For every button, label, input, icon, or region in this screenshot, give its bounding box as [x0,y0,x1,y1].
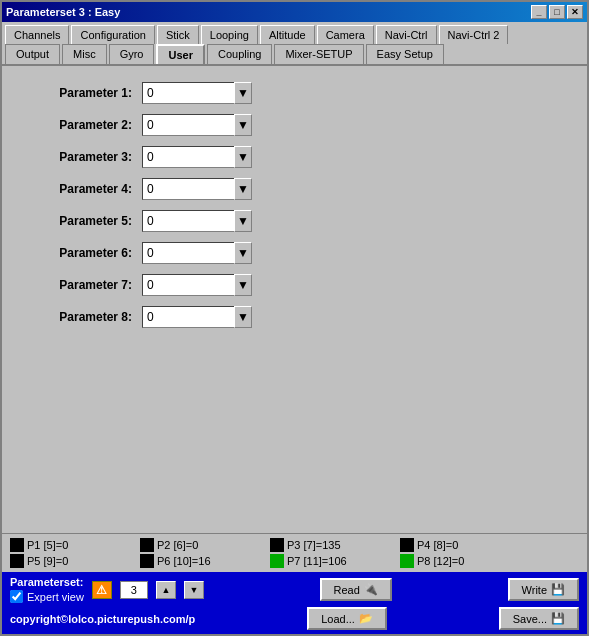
param-2-select-container: 0 ▼ [142,114,252,136]
p7-indicator [270,554,284,568]
param-1-select[interactable]: 0 [142,82,252,104]
title-bar: Parameterset 3 : Easy _ □ ✕ [2,2,587,22]
p1-label: P1 [5]=0 [27,539,68,551]
load-icon: 📂 [359,612,373,625]
tab-configuration[interactable]: Configuration [71,25,154,44]
p8-label: P8 [12]=0 [417,555,464,567]
status-p6: P6 [10]=16 [140,554,270,568]
load-label: Load... [321,613,355,625]
status-p2: P2 [6]=0 [140,538,270,552]
tab-output[interactable]: Output [5,44,60,64]
read-label: Read [334,584,360,596]
param-2-select[interactable]: 0 [142,114,252,136]
param-7-label: Parameter 7: [22,278,132,292]
warning-number: 3 [120,581,148,599]
param-row-3: Parameter 3: 0 ▼ [22,146,567,168]
p5-label: P5 [9]=0 [27,555,68,567]
status-p8: P8 [12]=0 [400,554,530,568]
p2-indicator [140,538,154,552]
param-4-label: Parameter 4: [22,182,132,196]
save-button[interactable]: Save... 💾 [499,607,579,630]
expert-view-checkbox[interactable] [10,590,23,603]
status-p5: P5 [9]=0 [10,554,140,568]
tab-altitude[interactable]: Altitude [260,25,315,44]
param-row-2: Parameter 2: 0 ▼ [22,114,567,136]
write-label: Write [522,584,547,596]
param-2-label: Parameter 2: [22,118,132,132]
p8-indicator [400,554,414,568]
p4-label: P4 [8]=0 [417,539,458,551]
tab-looping[interactable]: Looping [201,25,258,44]
tab-coupling[interactable]: Coupling [207,44,272,64]
p3-label: P3 [7]=135 [287,539,341,551]
title-bar-buttons: _ □ ✕ [531,5,583,19]
tab-user[interactable]: User [156,44,204,64]
param-4-select[interactable]: 0 [142,178,252,200]
param-5-label: Parameter 5: [22,214,132,228]
bottom-bar-row-2: copyright©lolco.picturepush.com/p Load..… [10,607,579,630]
expert-view-container: Expert view [10,590,84,603]
tab-camera[interactable]: Camera [317,25,374,44]
param-6-label: Parameter 6: [22,246,132,260]
minimize-button[interactable]: _ [531,5,547,19]
status-p4: P4 [8]=0 [400,538,530,552]
tab-row-1: Channels Configuration Stick Looping Alt… [2,22,587,44]
p6-label: P6 [10]=16 [157,555,211,567]
p2-label: P2 [6]=0 [157,539,198,551]
tab-navi-ctrl-2[interactable]: Navi-Ctrl 2 [439,25,509,44]
write-icon: 💾 [551,583,565,596]
status-bar: P1 [5]=0 P2 [6]=0 P3 [7]=135 P4 [8]=0 P5… [2,533,587,572]
content-area: Parameter 1: 0 ▼ Parameter 2: 0 ▼ Parame… [2,66,587,533]
tab-stick[interactable]: Stick [157,25,199,44]
status-p7: P7 [11]=106 [270,554,400,568]
p3-indicator [270,538,284,552]
bottom-bar-row-1: Parameterset: Expert view ⚠ 3 ▲ ▼ Read 🔌… [10,576,579,603]
param-7-select-container: 0 ▼ [142,274,252,296]
tab-row-2: Output Misc Gyro User Coupling Mixer-SET… [2,44,587,66]
param-row-6: Parameter 6: 0 ▼ [22,242,567,264]
p7-label: P7 [11]=106 [287,555,347,567]
write-button[interactable]: Write 💾 [508,578,579,601]
param-row-1: Parameter 1: 0 ▼ [22,82,567,104]
param-8-label: Parameter 8: [22,310,132,324]
param-row-4: Parameter 4: 0 ▼ [22,178,567,200]
maximize-button[interactable]: □ [549,5,565,19]
param-3-select-container: 0 ▼ [142,146,252,168]
p1-indicator [10,538,24,552]
close-button[interactable]: ✕ [567,5,583,19]
warning-icon: ⚠ [92,581,112,599]
param-row-7: Parameter 7: 0 ▼ [22,274,567,296]
param-1-label: Parameter 1: [22,86,132,100]
param-6-select-container: 0 ▼ [142,242,252,264]
read-icon: 🔌 [364,583,378,596]
copyright-text: copyright©lolco.picturepush.com/p [10,613,195,625]
param-5-select[interactable]: 0 [142,210,252,232]
tab-misc[interactable]: Misc [62,44,107,64]
param-4-select-container: 0 ▼ [142,178,252,200]
p5-indicator [10,554,24,568]
status-row-2: P5 [9]=0 P6 [10]=16 P7 [11]=106 P8 [12]=… [10,554,579,568]
arrow-up-button[interactable]: ▲ [156,581,176,599]
tab-easy-setup[interactable]: Easy Setup [366,44,444,64]
status-p1: P1 [5]=0 [10,538,140,552]
param-3-label: Parameter 3: [22,150,132,164]
tab-gyro[interactable]: Gyro [109,44,155,64]
param-8-select[interactable]: 0 [142,306,252,328]
parameterset-label: Parameterset: [10,576,84,588]
read-button[interactable]: Read 🔌 [320,578,392,601]
save-label: Save... [513,613,547,625]
param-6-select[interactable]: 0 [142,242,252,264]
param-3-select[interactable]: 0 [142,146,252,168]
arrow-down-button[interactable]: ▼ [184,581,204,599]
bottom-bar: Parameterset: Expert view ⚠ 3 ▲ ▼ Read 🔌… [2,572,587,634]
main-window: Parameterset 3 : Easy _ □ ✕ Channels Con… [0,0,589,636]
tab-channels[interactable]: Channels [5,25,69,44]
save-icon: 💾 [551,612,565,625]
param-5-select-container: 0 ▼ [142,210,252,232]
tab-mixer-setup[interactable]: Mixer-SETUP [274,44,363,64]
p4-indicator [400,538,414,552]
load-button[interactable]: Load... 📂 [307,607,387,630]
param-7-select[interactable]: 0 [142,274,252,296]
window-title: Parameterset 3 : Easy [6,6,120,18]
tab-navi-ctrl[interactable]: Navi-Ctrl [376,25,437,44]
